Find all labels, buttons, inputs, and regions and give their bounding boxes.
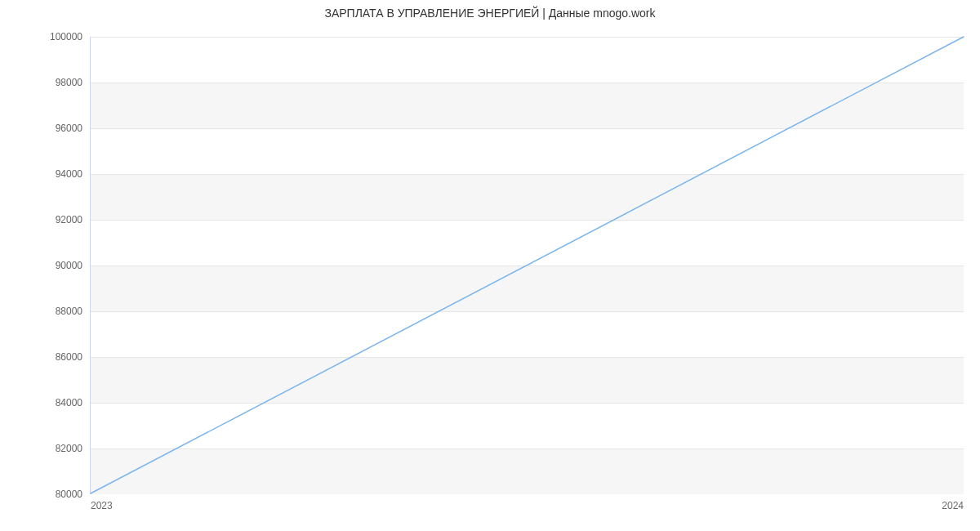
plot-area: 8000082000840008600088000900009200094000… [90,37,964,494]
y-tick-label: 82000 [56,443,82,454]
chart-container: ЗАРПЛАТА В УПРАВЛЕНИЕ ЭНЕРГИЕЙ | Данные … [0,0,980,531]
line-layer [91,37,964,493]
x-tick-label: 2023 [91,500,113,511]
y-tick-label: 88000 [56,306,82,317]
y-tick-label: 94000 [56,168,82,180]
chart-title: ЗАРПЛАТА В УПРАВЛЕНИЕ ЭНЕРГИЕЙ | Данные … [0,7,980,20]
y-tick-label: 100000 [50,31,82,42]
y-tick-label: 86000 [56,351,82,363]
y-tick-label: 84000 [56,397,82,408]
y-tick-label: 80000 [56,489,82,500]
x-tick-label: 2024 [942,500,964,511]
plot-outer: 8000082000840008600088000900009200094000… [90,37,964,494]
y-tick-label: 90000 [56,260,82,271]
series-line [91,37,964,493]
y-tick-label: 92000 [56,214,82,225]
y-tick-label: 98000 [56,77,82,88]
y-tick-label: 96000 [56,123,82,134]
